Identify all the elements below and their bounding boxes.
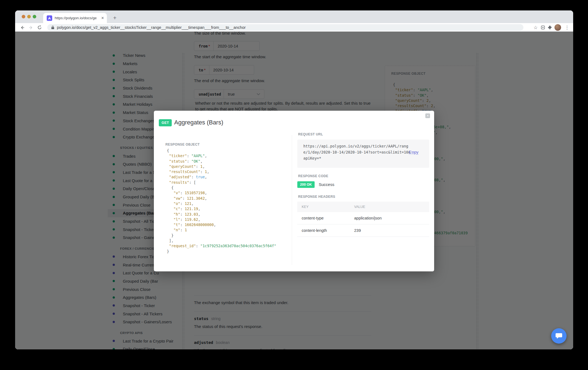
endpoint-modal: ✕ GET Aggregates (Bars) RESPONSE OBJECT … [154,111,434,271]
new-tab-button[interactable]: + [111,14,119,22]
table-row: content-type application/json [297,212,429,224]
request-url-line: e/1/day/2020-10-14/2020-10-14?sort=asc&l… [303,150,411,154]
tab-strip: https://polygon.io/docs/get_v2 ✕ + [15,10,573,23]
header-value: 239 [354,228,429,233]
extension-pin-icon[interactable] [541,25,545,30]
bookmark-star-icon[interactable]: ☆ [534,25,538,30]
modal-close-icon[interactable]: ✕ [425,113,430,118]
lock-icon [51,26,54,29]
column-divider [292,135,292,265]
forward-icon[interactable] [27,24,34,31]
request-url-line: https://api.polygon.io/v2/aggs/ticker/AA… [303,144,408,148]
response-headers-table: KEY VALUE content-type application/json … [297,202,429,237]
chat-launcher-button[interactable] [551,328,567,344]
request-url-label: REQUEST URL [298,132,323,136]
traffic-light-minimize-icon[interactable] [27,15,31,18]
modal-title: Aggregates (Bars) [174,119,223,126]
response-code-label: RESPONSE CODE [298,174,328,178]
traffic-light-close-icon[interactable] [22,15,25,18]
chat-bubble-icon [555,333,562,339]
copy-button[interactable]: Copy [409,150,418,155]
key-column-header: KEY [297,205,354,209]
extensions-puzzle-icon[interactable] [548,25,552,30]
browser-window: https://polygon.io/docs/get_v2 ✕ + polyg… [15,10,573,349]
http-method-badge: GET [159,119,172,126]
response-object-label: RESPONSE OBJECT [165,143,200,146]
address-bar[interactable]: polygon.io/docs/get_v2_aggs_ticker__stoc… [47,24,523,31]
browser-tab[interactable]: https://polygon.io/docs/get_v2 ✕ [43,13,107,23]
header-key: content-type [297,216,354,220]
profile-avatar[interactable] [554,24,561,31]
table-row: content-length 239 [297,224,429,237]
response-json: { "ticker": "AAPL", "status": "OK", "que… [165,148,276,254]
back-icon[interactable] [19,24,26,31]
reload-icon[interactable] [36,24,43,31]
header-value: application/json [354,216,429,220]
menu-kebab-icon[interactable]: ⋮ [564,25,570,30]
status-code-badge: 200 OK [297,181,315,188]
tab-close-icon[interactable]: ✕ [101,16,104,20]
url-text: polygon.io/docs/get_v2_aggs_ticker__stoc… [57,25,246,30]
value-column-header: VALUE [354,205,429,209]
tab-title: https://polygon.io/docs/get_v2 [55,16,96,20]
status-text: Success [319,182,334,187]
traffic-light-fullscreen-icon[interactable] [33,15,36,18]
request-url-line: apiKey=* [303,156,321,160]
table-header-row: KEY VALUE [297,202,429,212]
header-key: content-length [297,228,354,233]
polygon-favicon-icon [47,15,52,21]
response-headers-label: RESPONSE HEADERS [298,195,335,199]
